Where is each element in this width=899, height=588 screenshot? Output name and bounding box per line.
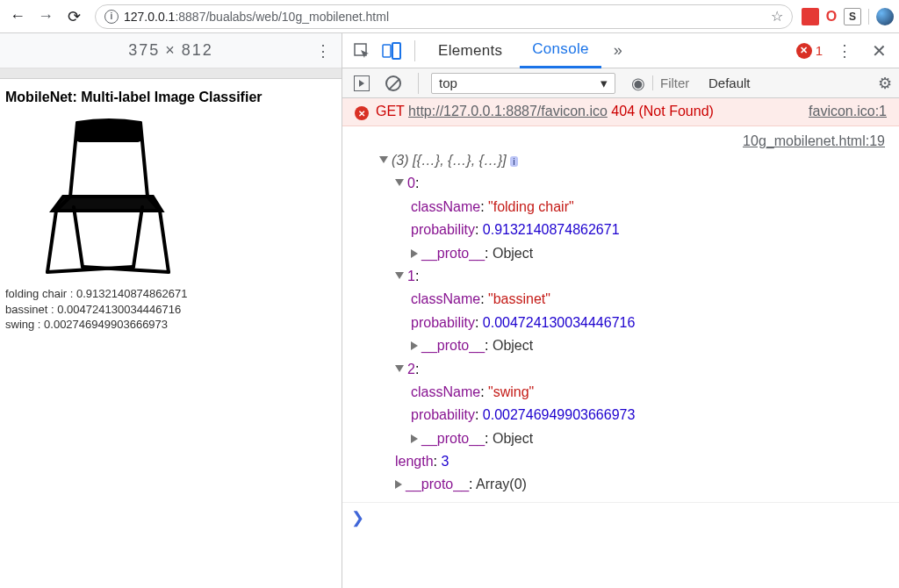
svg-line-4: [160, 211, 169, 272]
console-settings-icon[interactable]: ⚙: [878, 74, 892, 93]
svg-line-3: [47, 211, 56, 272]
svg-rect-12: [383, 45, 391, 57]
console-object-tree[interactable]: (3) [{…}, {…}, {…}] i 0:className: "fold…: [355, 149, 899, 497]
devtools-tabbar: Elements Console » ✕ 1 ⋮ ✕: [342, 33, 899, 68]
log-level-select[interactable]: Default: [708, 75, 751, 90]
ruler: [0, 68, 342, 79]
disclosure-triangle-icon[interactable]: [395, 179, 404, 186]
disclosure-triangle-icon[interactable]: [395, 272, 404, 279]
console-body: ✕ GET http://127.0.0.1:8887/favicon.ico …: [342, 98, 899, 588]
separator: [414, 40, 415, 61]
svg-rect-2: [77, 125, 140, 140]
profile-avatar-icon[interactable]: [876, 8, 894, 25]
error-icon: ✕: [796, 43, 812, 59]
disclosure-triangle-icon[interactable]: [411, 249, 418, 258]
devtools-close-button[interactable]: ✕: [867, 40, 892, 61]
extension-icon[interactable]: O: [823, 8, 840, 25]
disclosure-triangle-icon[interactable]: [395, 480, 402, 489]
console-filter-bar: top▾ ◉ Default ⚙: [342, 68, 899, 98]
console-error-row[interactable]: ✕ GET http://127.0.0.1:8887/favicon.ico …: [342, 98, 899, 126]
console-prompt[interactable]: ❯: [342, 502, 899, 533]
error-source-link[interactable]: favicon.ico:1: [809, 104, 887, 119]
error-icon: ✕: [355, 106, 369, 120]
error-count-badge[interactable]: ✕ 1: [796, 43, 823, 59]
svg-line-6: [133, 207, 142, 267]
disclosure-triangle-icon[interactable]: [379, 156, 388, 163]
tab-console[interactable]: Console: [520, 33, 601, 68]
console-filter-input[interactable]: [652, 75, 696, 90]
disclosure-triangle-icon[interactable]: [395, 365, 404, 372]
chair-image: [28, 112, 177, 279]
live-expression-icon[interactable]: ◉: [631, 74, 645, 93]
url-text: 127.0.0.1:8887/bualabs/web/10g_mobilenet…: [124, 10, 766, 24]
inspect-element-icon[interactable]: [349, 39, 374, 63]
tab-elements[interactable]: Elements: [426, 33, 514, 68]
svg-line-5: [74, 207, 83, 267]
clear-console-icon[interactable]: [381, 71, 406, 96]
page-title: MobileNet: Multi-label Image Classifier: [5, 90, 336, 105]
error-url-link[interactable]: http://127.0.0.1:8887/favicon.ico: [408, 104, 608, 118]
device-kebab-menu[interactable]: ⋮: [315, 41, 331, 61]
bookmark-star-icon[interactable]: ☆: [771, 8, 783, 25]
separator: [868, 9, 869, 25]
nav-reload-button[interactable]: ⟳: [61, 4, 86, 29]
more-tabs-icon[interactable]: »: [607, 41, 629, 60]
svg-rect-13: [392, 43, 400, 59]
predictions-list: folding chair : 0.9132140874862671bassin…: [5, 286, 336, 333]
browser-toolbar: ← → ⟳ i 127.0.0.1:8887/bualabs/web/10g_m…: [0, 0, 899, 33]
address-bar[interactable]: i 127.0.0.1:8887/bualabs/web/10g_mobilen…: [95, 4, 793, 29]
context-selector[interactable]: top▾: [431, 73, 615, 94]
devtools-kebab-menu[interactable]: ⋮: [828, 41, 861, 61]
context-selector-value: top: [439, 75, 457, 90]
site-info-icon[interactable]: i: [104, 10, 119, 24]
disclosure-triangle-icon[interactable]: [411, 341, 418, 350]
nav-forward-button: →: [33, 4, 58, 29]
log-source-link[interactable]: 10g_mobilenet.html:19: [743, 133, 885, 148]
nav-back-button[interactable]: ←: [5, 4, 30, 29]
extension-icon[interactable]: [802, 8, 819, 25]
viewport-dimensions[interactable]: 375×812: [128, 41, 213, 60]
error-message: GET http://127.0.0.1:8887/favicon.ico 40…: [376, 104, 802, 119]
toggle-console-sidebar-icon[interactable]: [349, 71, 374, 96]
device-toolbar: 375×812 ⋮: [0, 33, 342, 68]
emulated-page: MobileNet: Multi-label Image Classifier: [0, 79, 342, 343]
extension-icon[interactable]: S: [844, 8, 861, 25]
info-badge-icon[interactable]: i: [510, 156, 517, 167]
separator: [418, 73, 419, 94]
toggle-device-toolbar-icon[interactable]: [379, 39, 404, 63]
disclosure-triangle-icon[interactable]: [411, 434, 418, 443]
devtools-panel: Elements Console » ✕ 1 ⋮ ✕ top▾ ◉ Defaul…: [342, 33, 899, 588]
device-emulator-pane: 375×812 ⋮ MobileNet: Multi-label Image C…: [0, 33, 342, 588]
